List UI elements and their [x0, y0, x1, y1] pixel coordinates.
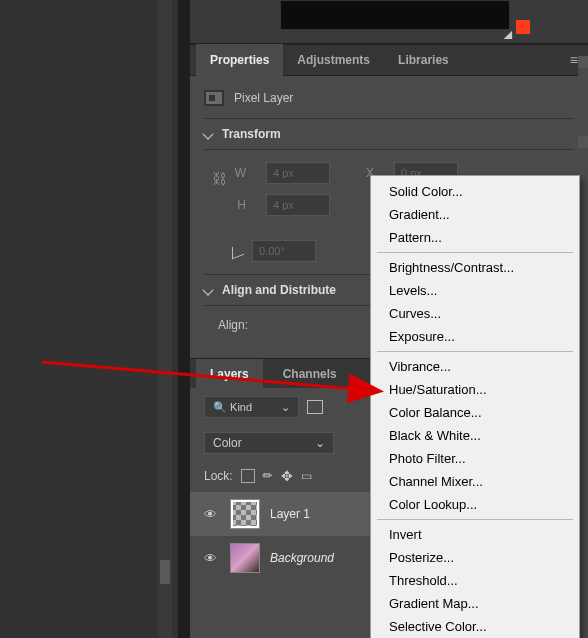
menu-curves[interactable]: Curves...	[371, 302, 579, 325]
menu-brightness-contrast[interactable]: Brightness/Contrast...	[371, 256, 579, 279]
menu-separator	[377, 519, 573, 520]
width-input[interactable]: 4 px	[266, 162, 330, 184]
lock-pixels-icon[interactable]: ✎	[259, 468, 276, 485]
height-label: H	[232, 198, 246, 212]
menu-pattern[interactable]: Pattern...	[371, 226, 579, 249]
chevron-down-icon: ⌄	[281, 401, 290, 414]
layer-thumbnail[interactable]	[230, 543, 260, 573]
panel-divider[interactable]	[178, 0, 190, 638]
pixel-layer-label: Pixel Layer	[234, 91, 293, 105]
menu-vibrance[interactable]: Vibrance...	[371, 355, 579, 378]
layer-name[interactable]: Layer 1	[270, 507, 310, 521]
align-title: Align and Distribute	[222, 283, 336, 297]
transform-section-header[interactable]: Transform	[204, 118, 574, 150]
lock-label: Lock:	[204, 469, 233, 483]
layer-name[interactable]: Background	[270, 551, 334, 565]
transform-title: Transform	[222, 127, 281, 141]
scrollbar-thumb[interactable]	[578, 136, 588, 148]
menu-color-balance[interactable]: Color Balance...	[371, 401, 579, 424]
blend-mode-select[interactable]: Color ⌄	[204, 432, 334, 454]
tab-libraries[interactable]: Libraries	[384, 44, 463, 76]
tab-adjustments[interactable]: Adjustments	[283, 44, 384, 76]
properties-tab-row: Properties Adjustments Libraries ≡	[190, 44, 588, 76]
height-input[interactable]: 4 px	[266, 194, 330, 216]
menu-gradient[interactable]: Gradient...	[371, 203, 579, 226]
menu-selective-color[interactable]: Selective Color...	[371, 615, 579, 638]
menu-gradient-map[interactable]: Gradient Map...	[371, 592, 579, 615]
blend-mode-value: Color	[213, 436, 242, 450]
pixel-layer-icon	[204, 90, 224, 106]
visibility-icon[interactable]: 👁	[204, 507, 220, 522]
preview-handle-arrow	[504, 31, 517, 44]
tab-properties[interactable]: Properties	[196, 44, 283, 76]
menu-invert[interactable]: Invert	[371, 523, 579, 546]
lock-artboard-icon[interactable]: ▭	[301, 469, 312, 483]
chevron-down-icon: ⌄	[315, 436, 325, 450]
menu-solid-color[interactable]: Solid Color...	[371, 180, 579, 203]
width-label: W	[232, 166, 246, 180]
link-wh-icon[interactable]: ⛓	[212, 170, 227, 187]
layer-thumbnail[interactable]	[230, 499, 260, 529]
left-area	[0, 0, 180, 638]
menu-photo-filter[interactable]: Photo Filter...	[371, 447, 579, 470]
preview-handle[interactable]	[505, 20, 530, 42]
menu-channel-mixer[interactable]: Channel Mixer...	[371, 470, 579, 493]
angle-input[interactable]: 0.00°	[252, 240, 316, 262]
kind-filter-label: Kind	[230, 401, 252, 413]
lock-transparency-icon[interactable]	[241, 469, 255, 483]
menu-posterize[interactable]: Posterize...	[371, 546, 579, 569]
chevron-down-icon	[202, 284, 213, 295]
workspace-scrollbar[interactable]	[158, 0, 172, 638]
pixel-filter-icon[interactable]	[307, 400, 323, 414]
menu-color-lookup[interactable]: Color Lookup...	[371, 493, 579, 516]
menu-levels[interactable]: Levels...	[371, 279, 579, 302]
chevron-down-icon	[202, 128, 213, 139]
tab-channels[interactable]: Channels	[269, 359, 351, 388]
preview-area	[190, 0, 588, 44]
menu-separator	[377, 252, 573, 253]
scrollbar-thumb[interactable]	[160, 560, 170, 584]
preview-handle-color	[516, 20, 530, 34]
scroll-up-button[interactable]	[578, 56, 588, 68]
search-icon: 🔍	[213, 401, 227, 413]
align-label: Align:	[218, 318, 248, 332]
menu-hue-saturation[interactable]: Hue/Saturation...	[371, 378, 579, 401]
menu-separator	[377, 351, 573, 352]
menu-threshold[interactable]: Threshold...	[371, 569, 579, 592]
tab-layers[interactable]: Layers	[196, 359, 263, 388]
navigator-rect	[280, 0, 510, 30]
adjustment-layer-menu: Solid Color... Gradient... Pattern... Br…	[370, 175, 580, 638]
layer-filter-select[interactable]: 🔍 Kind ⌄	[204, 396, 299, 418]
angle-icon	[232, 243, 244, 259]
panel-menu-icon[interactable]: ≡	[570, 52, 578, 68]
visibility-icon[interactable]: 👁	[204, 551, 220, 566]
menu-black-white[interactable]: Black & White...	[371, 424, 579, 447]
lock-position-icon[interactable]: ✥	[281, 468, 293, 484]
menu-exposure[interactable]: Exposure...	[371, 325, 579, 348]
layer-kind-row: Pixel Layer	[204, 86, 574, 118]
